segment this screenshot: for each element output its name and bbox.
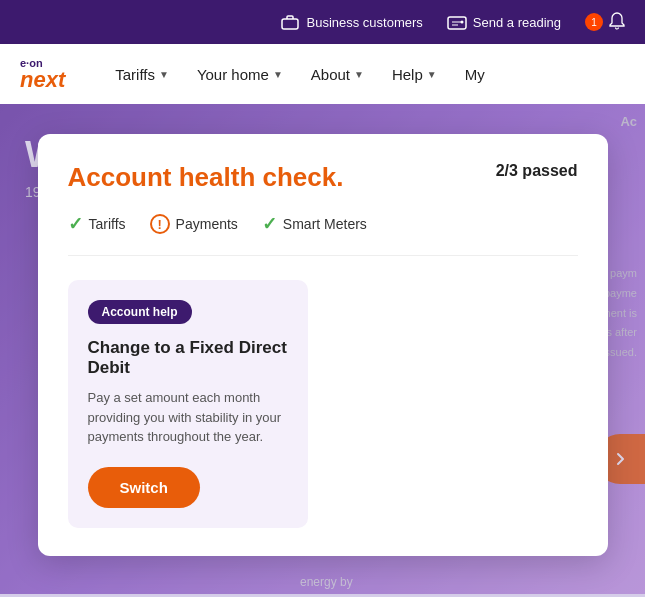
modal-header: Account health check. 2/3 passed: [68, 162, 578, 193]
tariffs-chevron-icon: ▼: [159, 69, 169, 80]
business-customers-link[interactable]: Business customers: [280, 12, 422, 32]
business-customers-label: Business customers: [306, 15, 422, 30]
send-reading-link[interactable]: Send a reading: [447, 12, 561, 32]
card-body: Pay a set amount each month providing yo…: [88, 388, 288, 447]
notification-bell[interactable]: 1: [585, 12, 625, 33]
svg-rect-0: [282, 19, 298, 29]
notification-badge: 1: [585, 13, 603, 31]
health-check-modal: Account health check. 2/3 passed ✓ Tarif…: [38, 134, 608, 556]
my-nav-item[interactable]: My: [455, 58, 495, 91]
modal-title: Account health check.: [68, 162, 344, 193]
help-nav-item[interactable]: Help ▼: [382, 58, 447, 91]
account-help-badge: Account help: [88, 300, 192, 324]
bell-icon: [609, 12, 625, 33]
top-bar: Business customers Send a reading 1: [0, 0, 645, 44]
your-home-label: Your home: [197, 66, 269, 83]
your-home-chevron-icon: ▼: [273, 69, 283, 80]
main-nav: e·on next Tariffs ▼ Your home ▼ About ▼ …: [0, 44, 645, 104]
smart-meters-check: ✓ Smart Meters: [262, 213, 367, 235]
eon-next-logo: e·on next: [20, 58, 65, 91]
nav-items: Tariffs ▼ Your home ▼ About ▼ Help ▼ My: [105, 58, 625, 91]
payments-check: ! Payments: [150, 214, 238, 234]
send-reading-label: Send a reading: [473, 15, 561, 30]
meter-icon: [447, 12, 467, 32]
smart-meters-check-label: Smart Meters: [283, 216, 367, 232]
briefcase-icon: [280, 12, 300, 32]
modal-overlay: Account health check. 2/3 passed ✓ Tarif…: [0, 104, 645, 597]
smart-meters-check-icon: ✓: [262, 213, 277, 235]
your-home-nav-item[interactable]: Your home ▼: [187, 58, 293, 91]
help-chevron-icon: ▼: [427, 69, 437, 80]
my-label: My: [465, 66, 485, 83]
tariffs-check: ✓ Tariffs: [68, 213, 126, 235]
modal-passed: 2/3 passed: [496, 162, 578, 180]
logo-next-text: next: [20, 69, 65, 91]
account-help-card: Account help Change to a Fixed Direct De…: [68, 280, 308, 528]
about-label: About: [311, 66, 350, 83]
svg-rect-1: [448, 17, 466, 29]
payments-check-icon: !: [150, 214, 170, 234]
help-label: Help: [392, 66, 423, 83]
svg-point-2: [460, 21, 463, 24]
card-title: Change to a Fixed Direct Debit: [88, 338, 288, 378]
about-chevron-icon: ▼: [354, 69, 364, 80]
tariffs-label: Tariffs: [115, 66, 155, 83]
payments-check-label: Payments: [176, 216, 238, 232]
tariffs-check-label: Tariffs: [89, 216, 126, 232]
switch-button[interactable]: Switch: [88, 467, 200, 508]
tariffs-nav-item[interactable]: Tariffs ▼: [105, 58, 179, 91]
about-nav-item[interactable]: About ▼: [301, 58, 374, 91]
modal-checks: ✓ Tariffs ! Payments ✓ Smart Meters: [68, 213, 578, 256]
tariffs-check-icon: ✓: [68, 213, 83, 235]
